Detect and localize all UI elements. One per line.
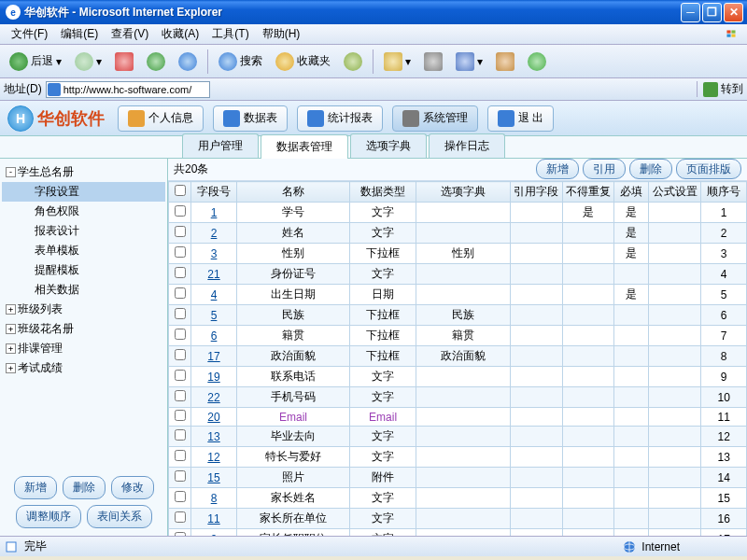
- col-header[interactable]: 必填: [614, 182, 648, 203]
- subtab-3[interactable]: 操作日志: [429, 133, 505, 158]
- field-no-link[interactable]: 11: [207, 512, 219, 525]
- stop-button[interactable]: [109, 49, 139, 74]
- field-no-link[interactable]: 1: [211, 206, 218, 219]
- field-no-link[interactable]: 6: [211, 329, 218, 343]
- row-checkbox[interactable]: [175, 429, 186, 441]
- mail-button[interactable]: ▾: [378, 49, 416, 74]
- table-row[interactable]: 5民族下拉框民族6: [169, 305, 747, 326]
- tree-item[interactable]: +班级列表: [2, 300, 165, 319]
- row-checkbox[interactable]: [175, 308, 186, 319]
- col-header[interactable]: 选项字典: [416, 182, 510, 203]
- field-no-link[interactable]: 20: [207, 411, 219, 424]
- field-no-link[interactable]: 15: [207, 471, 219, 484]
- tree-item[interactable]: +考试成绩: [2, 358, 165, 378]
- nav-2[interactable]: 统计报表: [297, 105, 383, 132]
- field-no-link[interactable]: 9: [211, 533, 218, 537]
- forward-button[interactable]: ▾: [69, 49, 107, 74]
- menu-file[interactable]: 文件(F): [6, 24, 53, 44]
- table-row[interactable]: 20EmailEmail11: [169, 408, 747, 427]
- menu-tools[interactable]: 工具(T): [206, 24, 254, 44]
- close-button[interactable]: ✕: [724, 3, 743, 22]
- field-no-link[interactable]: 19: [207, 371, 219, 384]
- go-button[interactable]: 转到: [697, 81, 743, 97]
- home-button[interactable]: [173, 49, 203, 74]
- row-checkbox[interactable]: [175, 329, 186, 340]
- messenger-button[interactable]: [522, 49, 552, 74]
- minimize-button[interactable]: ─: [681, 3, 700, 22]
- print-button[interactable]: [418, 49, 448, 74]
- table-row[interactable]: 11家长所在单位文字16: [169, 509, 747, 529]
- favorites-button[interactable]: 收藏夹: [270, 49, 336, 74]
- row-checkbox[interactable]: [175, 349, 186, 360]
- menu-fav[interactable]: 收藏(A): [156, 24, 204, 44]
- field-no-link[interactable]: 2: [211, 227, 218, 240]
- col-header[interactable]: 引用字段: [511, 182, 563, 203]
- table-row[interactable]: 2姓名文字是2: [169, 223, 747, 244]
- edit-button[interactable]: ▾: [450, 49, 488, 74]
- field-no-link[interactable]: 12: [207, 451, 219, 464]
- col-header[interactable]: [169, 182, 191, 203]
- table-row[interactable]: 17政治面貌下拉框政治面貌8: [169, 346, 747, 367]
- action-btn[interactable]: 新增: [536, 159, 579, 179]
- tree-item[interactable]: 字段设置: [2, 182, 165, 202]
- table-row[interactable]: 19联系电话文字9: [169, 367, 747, 387]
- field-no-link[interactable]: 3: [211, 247, 218, 260]
- field-no-link[interactable]: 21: [207, 268, 219, 281]
- action-btn[interactable]: 删除: [629, 159, 672, 179]
- subtab-2[interactable]: 选项字典: [350, 133, 427, 158]
- row-checkbox[interactable]: [175, 370, 186, 381]
- table-row[interactable]: 3性别下拉框性别是3: [169, 244, 747, 264]
- search-button[interactable]: 搜索: [213, 49, 268, 74]
- table-row[interactable]: 4出生日期日期是5: [169, 285, 747, 305]
- menu-help[interactable]: 帮助(H): [257, 24, 306, 44]
- expand-icon[interactable]: -: [6, 167, 16, 177]
- col-header[interactable]: 不得重复: [562, 182, 614, 203]
- address-input[interactable]: [46, 81, 210, 98]
- nav-1[interactable]: 数据表: [213, 105, 288, 132]
- field-no-link[interactable]: 22: [207, 391, 219, 404]
- col-header[interactable]: 名称: [236, 182, 349, 203]
- tree-item[interactable]: +排课管理: [2, 339, 165, 358]
- table-row[interactable]: 21身份证号文字4: [169, 264, 747, 285]
- row-checkbox[interactable]: [175, 390, 186, 401]
- row-checkbox[interactable]: [175, 267, 186, 278]
- side-btn[interactable]: 新增: [14, 476, 57, 499]
- side-btn[interactable]: 修改: [111, 476, 154, 499]
- side-btn[interactable]: 删除: [63, 476, 106, 499]
- table-row[interactable]: 6籍贯下拉框籍贯7: [169, 326, 747, 346]
- tree-item[interactable]: -学生总名册: [2, 162, 165, 182]
- field-no-link[interactable]: 4: [211, 288, 218, 301]
- expand-icon[interactable]: +: [6, 343, 16, 354]
- field-no-link[interactable]: 5: [211, 309, 218, 322]
- nav-3[interactable]: 系统管理: [392, 105, 478, 132]
- col-header[interactable]: 数据类型: [350, 182, 416, 203]
- refresh-button[interactable]: [141, 49, 171, 74]
- table-row[interactable]: 13毕业去向文字12: [169, 427, 747, 447]
- menu-view[interactable]: 查看(V): [106, 24, 154, 44]
- col-header[interactable]: 顺序号: [701, 182, 747, 203]
- table-row[interactable]: 9家长任职职位文字17: [169, 529, 747, 537]
- nav-4[interactable]: 退 出: [487, 105, 554, 132]
- row-checkbox[interactable]: [175, 246, 186, 258]
- row-checkbox[interactable]: [175, 470, 186, 482]
- subtab-0[interactable]: 用户管理: [182, 133, 259, 158]
- field-no-link[interactable]: 8: [211, 492, 218, 505]
- table-row[interactable]: 8家长姓名文字15: [169, 488, 747, 509]
- expand-icon[interactable]: +: [6, 304, 16, 315]
- action-btn[interactable]: 引用: [583, 159, 626, 179]
- menu-edit[interactable]: 编辑(E): [55, 24, 104, 44]
- side-btn[interactable]: 调整顺序: [16, 505, 81, 528]
- table-row[interactable]: 15照片附件14: [169, 468, 747, 488]
- tree-item[interactable]: 相关数据: [2, 280, 165, 300]
- row-checkbox[interactable]: [175, 287, 186, 299]
- discuss-button[interactable]: [490, 49, 520, 74]
- table-row[interactable]: 22手机号码文字10: [169, 387, 747, 408]
- back-button[interactable]: 后退 ▾: [4, 49, 67, 74]
- col-header[interactable]: 公式设置: [648, 182, 701, 203]
- row-checkbox[interactable]: [175, 532, 186, 536]
- tree-item[interactable]: 角色权限: [2, 202, 165, 221]
- select-all-checkbox[interactable]: [175, 185, 186, 196]
- tree-item[interactable]: +班级花名册: [2, 319, 165, 339]
- nav-0[interactable]: 个人信息: [118, 105, 204, 132]
- expand-icon[interactable]: +: [6, 324, 16, 334]
